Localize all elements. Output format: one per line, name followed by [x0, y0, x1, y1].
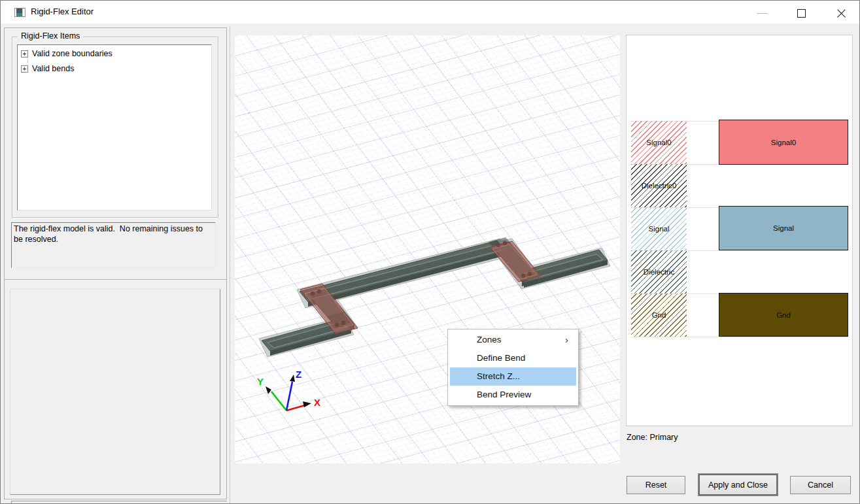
layer-name: Dielectric	[644, 268, 674, 276]
rigid-flex-items-groupbox: Rigid-Flex Items + Valid zone boundaries…	[12, 37, 218, 218]
layer-name: Dielectric0	[642, 182, 677, 190]
bottom-clipped-panel	[11, 501, 227, 504]
tree-item-label: Valid bends	[28, 64, 74, 73]
rigid-flex-items-tree[interactable]: + Valid zone boundaries + Valid bends	[17, 44, 212, 210]
titlebar: Rigid-Flex Editor	[1, 1, 859, 24]
layer-name: Signal0	[771, 139, 796, 146]
layer-box-signal: Signal	[719, 206, 848, 250]
minimize-button[interactable]	[748, 1, 778, 24]
minimize-icon	[757, 13, 768, 14]
rigid-flex-editor-window: Rigid-Flex Editor Rigid-Flex Items + Val…	[0, 0, 860, 504]
close-button[interactable]	[826, 1, 856, 24]
maximize-icon	[797, 9, 806, 18]
layer-stackup-panel: Signal0 Dielectric0 Signal Dielectric Gn…	[626, 35, 853, 426]
rigid-flex-items-panel: Rigid-Flex Items + Valid zone boundaries…	[4, 27, 227, 280]
tree-item-label: Valid zone boundaries	[28, 49, 112, 58]
reset-button[interactable]: Reset	[627, 476, 685, 494]
menu-item-label: Zones	[477, 335, 502, 344]
menu-item-define-bend[interactable]: Define Bend	[450, 349, 576, 367]
stackup-row-divider	[631, 337, 848, 337]
layer-hatch-gnd: Gnd	[631, 294, 687, 337]
menu-item-bend-preview[interactable]: Bend Preview	[450, 386, 576, 404]
menu-item-label: Stretch Z...	[477, 371, 520, 381]
axis-triad	[271, 382, 305, 411]
layer-box-signal0: Signal0	[719, 120, 848, 165]
layer-name: Gnd	[776, 311, 791, 319]
layer-name: Signal0	[646, 139, 671, 146]
zone-label: Zone: Primary	[627, 433, 678, 442]
layer-hatch-signal0: Signal0	[631, 121, 687, 164]
left-bottom-empty-box	[10, 289, 220, 495]
axis-x-label: X	[314, 397, 320, 408]
menu-item-label: Bend Preview	[477, 390, 531, 399]
validation-status-message: The rigid-flex model is valid. No remain…	[11, 222, 216, 268]
layer-name: Signal	[649, 225, 670, 233]
submenu-arrow-icon: ›	[565, 331, 568, 349]
axis-z-label: Z	[296, 369, 301, 380]
expand-plus-icon[interactable]: +	[21, 50, 28, 58]
menu-item-zones[interactable]: Zones ›	[450, 331, 576, 349]
groupbox-title: Rigid-Flex Items	[18, 31, 83, 41]
app-icon	[14, 8, 26, 17]
layer-hatch-dielectric: Dielectric	[631, 250, 687, 294]
left-bottom-panel	[4, 279, 227, 499]
expand-plus-icon[interactable]: +	[21, 65, 28, 73]
layer-hatch-dielectric0: Dielectric0	[631, 164, 687, 207]
maximize-button[interactable]	[787, 1, 817, 24]
layer-hatch-signal: Signal	[631, 207, 687, 250]
context-menu[interactable]: Zones › Define Bend Stretch Z... Bend Pr…	[447, 329, 579, 406]
apply-and-close-button[interactable]: Apply and Close	[698, 474, 778, 496]
left-panel-divider	[230, 26, 230, 504]
bend-zone-right[interactable]	[490, 241, 541, 282]
layer-box-gnd: Gnd	[719, 293, 848, 337]
menu-item-label: Define Bend	[477, 353, 525, 363]
tree-item-valid-bends[interactable]: + Valid bends	[21, 63, 211, 75]
layer-name: Gnd	[652, 311, 666, 319]
axis-y-label: Y	[257, 376, 264, 387]
menu-item-stretch-z[interactable]: Stretch Z...	[450, 367, 576, 386]
window-title: Rigid-Flex Editor	[31, 7, 94, 16]
cancel-button[interactable]: Cancel	[790, 476, 851, 494]
layer-name: Signal	[773, 224, 794, 232]
tree-item-valid-zone-boundaries[interactable]: + Valid zone boundaries	[21, 48, 211, 59]
